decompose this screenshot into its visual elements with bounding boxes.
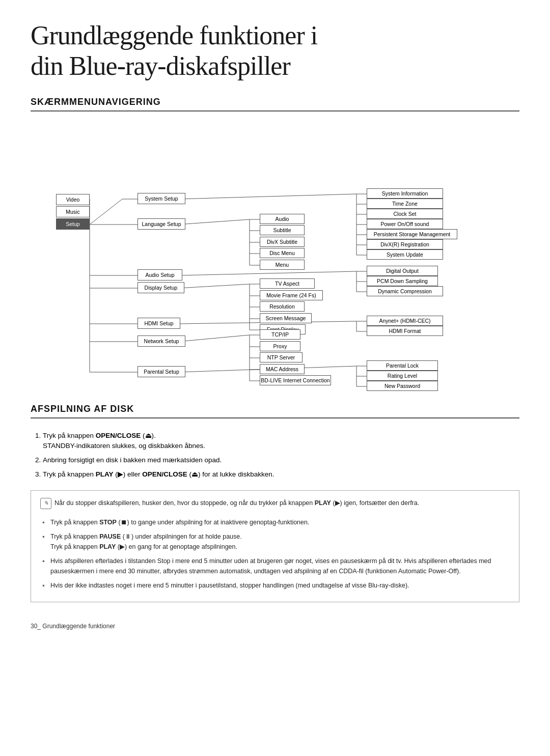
nav-network-setup: Network Setup xyxy=(138,335,185,347)
nav-hdmi-setup: HDMI Setup xyxy=(138,318,180,329)
nav-hdmi-format: HDMI Format xyxy=(367,326,443,336)
nav-tcpip: TCP/IP xyxy=(260,329,300,340)
nav-music: Music xyxy=(56,206,90,217)
step-2: Anbring forsigtigt en disk i bakken med … xyxy=(43,455,519,465)
step1-bold: OPEN/CLOSE xyxy=(96,432,141,439)
nav-rating-level: Rating Level xyxy=(367,371,438,381)
nav-language-setup: Language Setup xyxy=(138,218,185,230)
nav-audio-setup: Audio Setup xyxy=(138,269,182,281)
nav-power-sound: Power On/Off sound xyxy=(367,219,443,229)
svg-line-26 xyxy=(178,271,356,275)
nav-divxr-reg: DivX(R) Registration xyxy=(367,239,443,249)
note-4: Hvis afspilleren efterlades i tilstanden… xyxy=(50,556,510,576)
svg-line-10 xyxy=(178,194,356,199)
page-title: Grundlæggende funktioner i din Blue-ray-… xyxy=(31,20,519,81)
step-3: Tryk på knappen PLAY (▶) eller OPEN/CLOS… xyxy=(43,469,519,480)
nav-proxy: Proxy xyxy=(260,341,300,351)
notes-list: Tryk på knappen STOP (⏹) to gange under … xyxy=(50,517,510,591)
note-2: Tryk på knappen STOP (⏹) to gange under … xyxy=(50,517,510,527)
svg-line-0 xyxy=(90,199,122,225)
nav-parental-setup: Parental Setup xyxy=(138,366,185,377)
nav-audio: Audio xyxy=(260,214,305,224)
svg-line-42 xyxy=(178,335,250,342)
step3-bold2: OPEN/CLOSE xyxy=(142,470,187,478)
step-1: Tryk på knappen OPEN/CLOSE (⏏). STANDBY-… xyxy=(43,431,519,452)
nav-setup: Setup xyxy=(56,218,90,230)
nav-video: Video xyxy=(56,194,90,205)
nav-persistent-storage: Persistent Storage Management xyxy=(367,229,457,239)
nav-disc-menu: Disc Menu xyxy=(260,248,305,258)
nav-mac-address: MAC Address xyxy=(260,364,305,374)
nav-diagram: Video Music Setup System Setup Language … xyxy=(31,124,519,383)
nav-tv-aspect: TV Aspect xyxy=(260,278,315,289)
nav-pcm-down: PCM Down Sampling xyxy=(367,276,438,286)
note-5: Hvis der ikke indtastes noget i mere end… xyxy=(50,580,510,591)
nav-anynet: Anynet+ (HDMI-CEC) xyxy=(367,316,443,326)
section-playback: Afspilning af disk Tryk på knappen OPEN/… xyxy=(31,404,519,602)
note-3: Tryk på knappen PAUSE (⏸) under afspilni… xyxy=(50,531,510,552)
nav-movie-frame: Movie Frame (24 Fs) xyxy=(260,290,323,300)
section-navigation: Skærmmenunavigering xyxy=(31,97,519,383)
nav-digital-output: Digital Output xyxy=(367,266,438,276)
nav-new-password: New Password xyxy=(367,381,438,391)
nav-system-info: System Information xyxy=(367,188,443,199)
steps-list: Tryk på knappen OPEN/CLOSE (⏏). STANDBY-… xyxy=(43,431,519,480)
nav-resolution: Resolution xyxy=(260,301,305,312)
svg-line-19 xyxy=(178,219,250,225)
section2-title: Afspilning af disk xyxy=(31,404,519,418)
section1-title: Skærmmenunavigering xyxy=(31,97,519,111)
nav-parental-lock: Parental Lock xyxy=(367,360,438,371)
nav-subtitle: Subtitle xyxy=(260,225,305,235)
note-icon: ✎ xyxy=(40,498,51,509)
svg-line-31 xyxy=(178,284,250,288)
nav-system-setup: System Setup xyxy=(138,193,185,204)
step3-bold1: PLAY xyxy=(96,470,114,478)
nav-ntp-server: NTP Server xyxy=(260,352,302,362)
note-1: Når du stopper diskafspilleren, husker d… xyxy=(54,498,419,508)
nav-dynamic-compression: Dynamic Compression xyxy=(367,286,443,296)
nav-system-update: System Update xyxy=(367,249,443,260)
nav-time-zone: Time Zone xyxy=(367,199,443,209)
nav-screen-message: Screen Message xyxy=(260,313,312,323)
nav-divx-subtitle: DivX Subtitle xyxy=(260,237,305,247)
nav-menu: Menu xyxy=(260,260,305,270)
footer: 30_ Grundlæggende funktioner xyxy=(31,623,519,630)
nav-display-setup: Display Setup xyxy=(138,282,184,293)
nav-bdlive: BD-LIVE Internet Connection xyxy=(260,375,331,385)
note-box: ✎ Når du stopper diskafspilleren, husker… xyxy=(31,490,519,602)
nav-clock-set: Clock Set xyxy=(367,209,443,219)
